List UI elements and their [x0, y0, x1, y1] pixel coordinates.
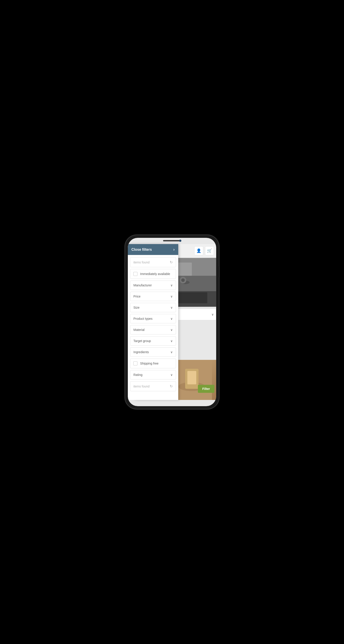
size-dropdown[interactable]: Size ∨	[130, 303, 176, 312]
material-label: Material	[133, 328, 144, 332]
filter-header[interactable]: Close filters ›	[128, 244, 178, 255]
ingredients-label: Ingredients	[133, 350, 149, 354]
close-filters-arrow-icon: ›	[173, 247, 175, 252]
ingredients-chevron-icon: ∨	[170, 350, 173, 354]
rating-label: Rating	[133, 373, 142, 376]
filter-panel: Close filters › items found ↻ Immediatel…	[128, 244, 178, 400]
user-icon: 👤	[196, 248, 201, 253]
shipping-free-label: Shipping free	[140, 362, 159, 365]
material-chevron-icon: ∨	[170, 328, 173, 332]
rating-dropdown[interactable]: Rating ∨	[130, 370, 176, 380]
shipping-free-row[interactable]: Shipping free	[130, 358, 176, 368]
refresh-icon-top[interactable]: ↻	[170, 260, 173, 264]
close-filters-label: Close filters	[131, 248, 152, 252]
immediately-available-checkbox[interactable]	[133, 272, 137, 276]
manufacturer-dropdown[interactable]: Manufacturer ∨	[130, 280, 176, 290]
phone-inner: 👤 🛒	[128, 238, 216, 406]
rating-chevron-icon: ∨	[170, 373, 173, 376]
price-dropdown[interactable]: Price ∨	[130, 292, 176, 301]
items-found-row-top: items found ↻	[130, 257, 176, 267]
immediately-available-label: Immediately available	[140, 272, 170, 276]
phone-frame: 👤 🛒	[125, 235, 219, 409]
refresh-icon-bottom[interactable]: ↻	[170, 384, 173, 388]
volume-up-button[interactable]	[124, 262, 125, 268]
ingredients-dropdown[interactable]: Ingredients ∨	[130, 348, 176, 357]
volume-down-button[interactable]	[124, 272, 125, 278]
right-chevron-down-icon: ∨	[212, 313, 214, 316]
product-types-dropdown[interactable]: Product types ∨	[130, 314, 176, 323]
material-dropdown[interactable]: Material ∨	[130, 325, 176, 334]
target-group-label: Target group	[133, 339, 151, 343]
svg-rect-5	[177, 292, 208, 303]
filter-body: items found ↻ Immediately available Manu…	[128, 255, 178, 400]
filter-button[interactable]: Filter	[198, 385, 214, 393]
items-found-label-top: items found	[133, 260, 149, 264]
cart-icon-button[interactable]: 🛒	[205, 246, 214, 255]
manufacturer-chevron-icon: ∨	[170, 284, 173, 287]
target-group-dropdown[interactable]: Target group ∨	[130, 336, 176, 346]
size-label: Size	[133, 306, 139, 309]
target-group-chevron-icon: ∨	[170, 339, 173, 343]
filter-button-label: Filter	[202, 387, 210, 390]
product-types-chevron-icon: ∨	[170, 317, 173, 320]
screen: 👤 🛒	[128, 238, 216, 406]
size-chevron-icon: ∨	[170, 306, 173, 309]
items-found-label-bottom: items found	[133, 384, 149, 388]
cart-icon: 🛒	[207, 248, 212, 253]
power-button[interactable]	[219, 266, 220, 278]
immediately-available-row[interactable]: Immediately available	[130, 269, 176, 279]
manufacturer-label: Manufacturer	[133, 284, 152, 287]
price-chevron-icon: ∨	[170, 294, 173, 298]
product-types-label: Product types	[133, 317, 152, 320]
svg-point-7	[181, 278, 185, 282]
shipping-free-checkbox[interactable]	[133, 362, 137, 366]
phone-notch	[163, 240, 181, 242]
items-found-row-bottom: items found ↻	[130, 381, 176, 391]
user-icon-button[interactable]: 👤	[194, 246, 203, 255]
phone-camera	[179, 240, 181, 242]
svg-rect-11	[187, 371, 196, 384]
price-label: Price	[133, 294, 140, 298]
